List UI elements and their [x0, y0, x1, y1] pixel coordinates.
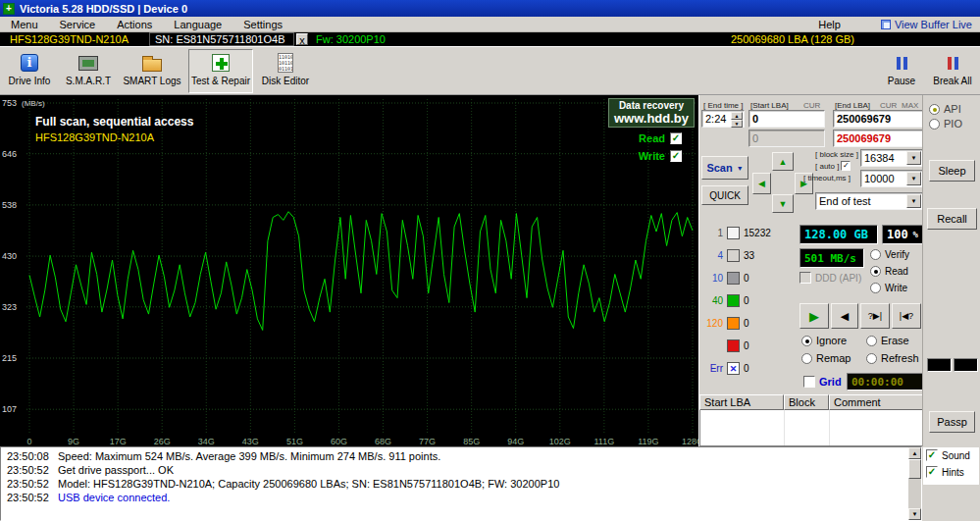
nav-down-button[interactable]: ▼	[772, 194, 794, 213]
remap-radio[interactable]	[801, 353, 812, 364]
menu-item-service[interactable]: Service	[49, 17, 107, 32]
grid-option[interactable]: Grid	[803, 376, 842, 388]
auto-checkbox[interactable]: ✓	[841, 161, 851, 171]
start-lba-input[interactable]: 0	[748, 110, 825, 128]
menu-item-menu[interactable]: Menu	[0, 17, 49, 32]
end-lba-max-button[interactable]: MAX	[902, 101, 918, 110]
log-panel[interactable]: 23:50:08 Speed: Maximum 524 MB/s. Averag…	[0, 446, 922, 521]
led-display-1	[927, 358, 952, 372]
recall-button[interactable]: Recall	[927, 208, 977, 230]
timeout-label: [ timeout,ms ]	[803, 174, 851, 182]
timing-swatch[interactable]	[727, 317, 740, 330]
end-lba-cur-button[interactable]: CUR	[880, 101, 897, 110]
start-button[interactable]: ▶	[799, 303, 829, 329]
scrollbar-thumb[interactable]	[908, 459, 921, 479]
pio-option[interactable]: PIO	[929, 118, 962, 130]
ignore-radio[interactable]	[801, 336, 812, 346]
seek-forward-button[interactable]: ?▶|	[860, 303, 890, 329]
end-of-test-dropdown-icon[interactable]: ▼	[906, 194, 921, 208]
block-size-select[interactable]: 16384 ▼	[860, 149, 923, 167]
read-radio[interactable]	[870, 266, 881, 277]
timeout-select[interactable]: 10000 ▼	[860, 170, 923, 187]
scan-button[interactable]: Scan▼	[701, 156, 748, 180]
timing-swatch[interactable]	[727, 339, 740, 352]
sleep-button[interactable]: Sleep	[929, 160, 975, 182]
grid-checkbox[interactable]	[803, 376, 815, 388]
toolbar: i Drive Info S.M.A.R.T SMART Logs Test &…	[0, 46, 980, 95]
svg-text:0: 0	[26, 437, 31, 446]
read-option[interactable]: Read	[870, 266, 908, 277]
remap-option[interactable]: Remap	[801, 352, 851, 364]
nav-up-button[interactable]: ▲	[772, 152, 794, 171]
sound-checkbox[interactable]: ✓	[926, 449, 938, 461]
binary-page-icon: 11010 10110 01101	[278, 51, 293, 75]
serial-close-button[interactable]: x	[296, 33, 308, 45]
passport-button[interactable]: Passp	[929, 411, 975, 433]
timer-display: 00:00:00	[847, 373, 923, 391]
end-of-test-select[interactable]: End of test ▼	[815, 192, 923, 210]
timing-swatch[interactable]	[727, 294, 740, 307]
api-option[interactable]: API	[929, 103, 961, 115]
timing-row-4: 40 0	[703, 294, 749, 307]
title-bar[interactable]: + Victoria 5.28 HDD/SSD | Device 0	[0, 0, 980, 17]
test-repair-button[interactable]: Test & Repair	[188, 49, 253, 93]
time-up-button[interactable]: ▲	[731, 112, 743, 120]
seek-back-button[interactable]: |◀?	[892, 303, 921, 329]
write-option[interactable]: Write	[870, 283, 907, 293]
led-display-2	[954, 358, 978, 372]
start-lba-cur-button[interactable]: CUR	[803, 101, 820, 110]
ddd-checkbox[interactable]	[799, 272, 811, 284]
verify-radio[interactable]	[870, 249, 881, 260]
refresh-radio[interactable]	[866, 353, 877, 364]
sound-option[interactable]: ✓ Sound	[926, 449, 970, 461]
menu-item-actions[interactable]: Actions	[106, 17, 163, 32]
time-down-button[interactable]: ▼	[731, 120, 743, 128]
write-graph-checkbox[interactable]: ✓	[670, 150, 682, 162]
scroll-down-icon[interactable]: ▼	[908, 508, 921, 520]
disk-editor-button[interactable]: 11010 10110 01101 Disk Editor	[257, 49, 314, 93]
pause-icon	[897, 51, 907, 75]
log-scrollbar[interactable]: ▲ ▼	[908, 447, 921, 520]
end-lba-current[interactable]: 250069679	[833, 130, 923, 147]
erase-option[interactable]: Erase	[866, 335, 909, 346]
menu-item-settings[interactable]: Settings	[232, 17, 293, 32]
end-lba-input[interactable]: 250069679	[833, 110, 923, 128]
menu-item-help[interactable]: Help	[807, 17, 851, 32]
timeout-dropdown-icon[interactable]: ▼	[906, 172, 921, 185]
pause-button[interactable]: Pause	[879, 49, 924, 93]
smart-button[interactable]: S.M.A.R.T	[61, 49, 116, 93]
read-graph-checkbox[interactable]: ✓	[670, 132, 682, 144]
refresh-option[interactable]: Refresh	[866, 352, 919, 364]
drive-info-label: Drive Info	[9, 76, 51, 86]
timing-swatch[interactable]	[727, 249, 740, 262]
ignore-option[interactable]: Ignore	[801, 335, 847, 346]
view-buffer-live-link[interactable]: View Buffer Live	[881, 19, 972, 30]
quick-label: QUICK	[709, 190, 741, 201]
write-radio[interactable]	[870, 283, 881, 293]
scroll-up-icon[interactable]: ▲	[908, 447, 921, 459]
timing-swatch[interactable]	[727, 272, 740, 285]
legend-read: Read ✓	[639, 132, 682, 144]
hints-checkbox[interactable]: ✓	[926, 466, 938, 478]
quick-button[interactable]: QUICK	[701, 185, 748, 205]
menu-item-language[interactable]: Language	[163, 17, 232, 32]
svg-text:77G: 77G	[419, 437, 436, 446]
verify-option[interactable]: Verify	[870, 249, 909, 260]
erase-radio[interactable]	[866, 336, 877, 346]
reverse-button[interactable]: ◀	[831, 303, 858, 329]
timing-swatch[interactable]	[727, 227, 740, 239]
block-size-dropdown-icon[interactable]: ▼	[906, 151, 921, 165]
smart-logs-button[interactable]: SMART Logs	[122, 49, 182, 93]
nav-left-button[interactable]: ◀	[752, 173, 771, 194]
break-all-button[interactable]: Break All	[928, 49, 977, 93]
auto-option: [ auto ] ✓	[815, 161, 851, 171]
api-radio[interactable]	[929, 104, 940, 115]
hints-option[interactable]: ✓ Hints	[926, 466, 964, 478]
pio-radio[interactable]	[929, 119, 940, 130]
end-time-spinner[interactable]: 2:24 ▲▼	[701, 110, 745, 128]
timing-row-6: 0	[703, 339, 749, 352]
green-cross-icon	[212, 51, 230, 75]
error-swatch[interactable]: ✕	[727, 362, 740, 375]
svg-text:102G: 102G	[549, 437, 571, 446]
drive-info-button[interactable]: i Drive Info	[2, 49, 57, 93]
